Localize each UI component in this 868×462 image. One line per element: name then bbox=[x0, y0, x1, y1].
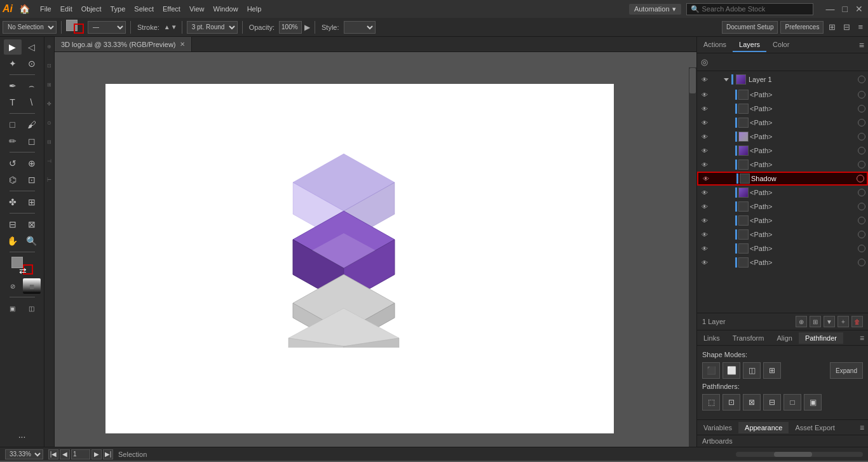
panel-strip-4[interactable]: ✤ bbox=[45, 94, 54, 113]
free-transform-tool[interactable]: ⊡ bbox=[23, 172, 41, 187]
path-7-circle[interactable] bbox=[858, 189, 865, 196]
last-page-btn[interactable]: ▶| bbox=[103, 449, 113, 459]
path-5-visibility[interactable]: 👁 bbox=[700, 146, 710, 156]
pathfinder-menu-icon[interactable]: ≡ bbox=[856, 334, 868, 343]
opacity-input[interactable] bbox=[279, 21, 302, 34]
swap-colors-icon[interactable]: ⇄ bbox=[19, 266, 27, 276]
menu-view[interactable]: View bbox=[186, 4, 208, 14]
screen-mode-icon[interactable]: ◫ bbox=[23, 301, 41, 316]
panel-strip-3[interactable]: ⊞ bbox=[45, 75, 54, 94]
pen-tool[interactable]: ✒ bbox=[4, 78, 22, 93]
selection-tool[interactable]: ▶ bbox=[4, 39, 22, 55]
line-tool[interactable]: \ bbox=[23, 95, 41, 110]
stroke-up-icon[interactable]: ▲ bbox=[164, 24, 170, 31]
delete-layer-icon[interactable]: 🗑 bbox=[851, 316, 863, 327]
path-3-circle[interactable] bbox=[858, 119, 865, 126]
tab-pathfinder[interactable]: Pathfinder bbox=[799, 332, 843, 344]
layer-path-8[interactable]: 👁 <Path> bbox=[697, 200, 868, 214]
panel-strip-2[interactable]: ⊡ bbox=[45, 56, 54, 75]
scrollbar-thumb[interactable] bbox=[689, 68, 696, 93]
prev-page-btn[interactable]: ◀ bbox=[60, 449, 70, 459]
adobe-stock-search[interactable]: 🔍 bbox=[686, 3, 813, 15]
close-icon[interactable]: ✕ bbox=[853, 4, 865, 14]
layer-1-visibility[interactable]: 👁 bbox=[700, 74, 710, 85]
minus-back-btn[interactable]: ▣ bbox=[804, 394, 822, 411]
path-11-visibility[interactable]: 👁 bbox=[700, 243, 710, 254]
more-toolbar-icon[interactable]: ≡ bbox=[855, 21, 865, 33]
menu-window[interactable]: Window bbox=[210, 4, 242, 14]
warp-tool[interactable]: ⌬ bbox=[4, 172, 22, 187]
collect-in-new-layer-icon[interactable]: ⊞ bbox=[810, 316, 821, 327]
layer-path-7[interactable]: 👁 <Path> bbox=[697, 186, 868, 200]
h-scrollbar[interactable] bbox=[736, 452, 863, 457]
document-tab[interactable]: 3D logo.ai @ 33.33% (RGB/Preview) ✕ bbox=[55, 37, 192, 51]
menu-object[interactable]: Object bbox=[78, 4, 105, 14]
path-9-circle[interactable] bbox=[858, 217, 865, 224]
path-1-visibility[interactable]: 👁 bbox=[700, 90, 710, 100]
path-6-circle[interactable] bbox=[858, 161, 865, 168]
slice-tool[interactable]: ⊠ bbox=[23, 217, 41, 232]
menu-effect[interactable]: Effect bbox=[159, 4, 184, 14]
next-page-btn[interactable]: ▶ bbox=[92, 449, 102, 459]
layer-path-11[interactable]: 👁 <Path> bbox=[697, 241, 868, 255]
layer-1-header[interactable]: 👁 Layer 1 bbox=[697, 71, 868, 88]
eraser-tool[interactable]: ◻ bbox=[23, 133, 41, 149]
path-2-circle[interactable] bbox=[858, 105, 865, 112]
locate-icon[interactable]: ◎ bbox=[700, 56, 709, 68]
path-12-circle[interactable] bbox=[858, 259, 865, 266]
selection-dropdown[interactable]: No Selection bbox=[3, 21, 57, 34]
path-5-circle[interactable] bbox=[858, 147, 865, 154]
divide-btn[interactable]: ⬚ bbox=[702, 394, 720, 411]
layer-path-2[interactable]: 👁 <Path> bbox=[697, 102, 868, 116]
arrange-icon[interactable]: ⊞ bbox=[826, 21, 838, 33]
hand-tool[interactable]: ✋ bbox=[4, 233, 22, 248]
tab-links[interactable]: Links bbox=[697, 332, 726, 344]
minimize-icon[interactable]: — bbox=[824, 4, 837, 14]
magic-wand-tool[interactable]: ✦ bbox=[4, 56, 22, 71]
h-scroll-thumb[interactable] bbox=[774, 452, 812, 457]
tab-align[interactable]: Align bbox=[770, 332, 798, 344]
path-3-visibility[interactable]: 👁 bbox=[700, 118, 710, 128]
rotate-tool[interactable]: ↺ bbox=[4, 156, 22, 171]
zoom-tool[interactable]: 🔍 bbox=[23, 233, 41, 248]
rectangle-tool[interactable]: □ bbox=[4, 117, 22, 132]
page-number-input[interactable] bbox=[71, 449, 90, 459]
tab-close-icon[interactable]: ✕ bbox=[180, 41, 185, 48]
panel-strip-5[interactable]: ⊙ bbox=[45, 113, 54, 132]
panel-strip-7[interactable]: ⊣ bbox=[45, 151, 54, 170]
crop-btn[interactable]: ⊟ bbox=[763, 394, 781, 411]
path-8-visibility[interactable]: 👁 bbox=[700, 201, 710, 212]
panel-options-icon[interactable]: ≡ bbox=[855, 40, 868, 50]
workspace-selector[interactable]: Automation ▾ bbox=[629, 4, 681, 15]
tab-actions[interactable]: Actions bbox=[697, 38, 733, 52]
pencil-tool[interactable]: ✏ bbox=[4, 133, 22, 149]
opacity-options-icon[interactable]: ▶ bbox=[304, 23, 310, 32]
tab-asset-export[interactable]: Asset Export bbox=[789, 422, 841, 433]
tab-layers[interactable]: Layers bbox=[733, 38, 766, 52]
layer-path-10[interactable]: 👁 <Path> bbox=[697, 228, 868, 241]
unite-btn[interactable]: ⬛ bbox=[702, 362, 720, 379]
stroke-profile-select[interactable]: 3 pt. Round bbox=[187, 21, 238, 34]
path-6-visibility[interactable]: 👁 bbox=[700, 160, 710, 170]
tab-variables[interactable]: Variables bbox=[697, 422, 738, 433]
outline-btn[interactable]: □ bbox=[783, 394, 801, 411]
panel-strip-1[interactable]: ⊕ bbox=[45, 37, 54, 56]
none-icon[interactable]: ⊘ bbox=[4, 278, 22, 294]
tab-color[interactable]: Color bbox=[766, 38, 796, 52]
tab-appearance[interactable]: Appearance bbox=[738, 422, 789, 433]
menu-edit[interactable]: Edit bbox=[57, 4, 76, 14]
fill-stroke-swatches[interactable] bbox=[66, 20, 85, 35]
path-12-visibility[interactable]: 👁 bbox=[700, 257, 710, 268]
canvas-content[interactable] bbox=[55, 52, 696, 447]
create-new-layer-icon[interactable]: + bbox=[837, 316, 849, 327]
make-sublayer-icon[interactable]: ⊕ bbox=[796, 316, 807, 327]
bottom-tool-icon[interactable]: ··· bbox=[13, 426, 31, 444]
home-icon[interactable]: 🏠 bbox=[19, 4, 30, 14]
path-10-visibility[interactable]: 👁 bbox=[700, 229, 710, 240]
exclude-btn[interactable]: ⊞ bbox=[763, 362, 781, 379]
menu-file[interactable]: File bbox=[36, 4, 55, 14]
path-7-visibility[interactable]: 👁 bbox=[700, 187, 710, 198]
menu-type[interactable]: Type bbox=[107, 4, 130, 14]
merge-btn[interactable]: ⊠ bbox=[743, 394, 761, 411]
panel-strip-8[interactable]: ⊢ bbox=[45, 170, 54, 189]
